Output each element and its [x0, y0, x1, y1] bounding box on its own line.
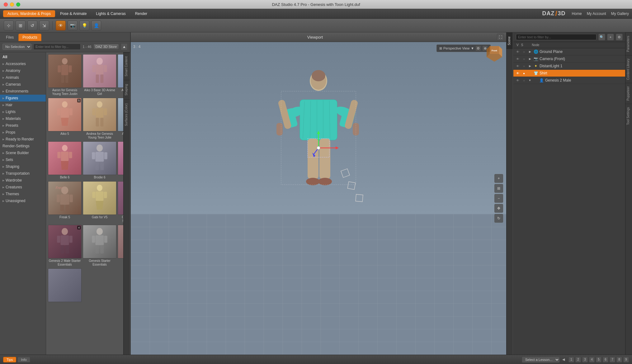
category-accessories[interactable]: ▶ Accessories [0, 60, 46, 67]
minimize-button[interactable] [10, 2, 14, 7]
category-lights[interactable]: ▶ Lights [0, 108, 46, 115]
scene-add-btn[interactable]: + [607, 34, 614, 40]
lvtab-surfaces[interactable]: Surfaces (Color) [124, 99, 130, 130]
rvtab-content-library[interactable]: Content Library [625, 55, 632, 83]
perspective-settings-btn[interactable]: ⚙ [475, 45, 481, 51]
category-themes[interactable]: ▶ Themes [0, 191, 46, 197]
category-figures[interactable]: ▶ Figures [0, 95, 46, 102]
category-props[interactable]: ▶ Props [0, 129, 46, 136]
product-andrea[interactable]: Andrea for Genesis Young Teen Julie [83, 98, 116, 140]
mid-vtab-scene[interactable]: Scene [507, 32, 513, 49]
tree-row-camera[interactable]: 👁 ○ ▶ 📷 Camera (Front) [513, 55, 625, 63]
tree-sel-ground[interactable]: ○ [521, 49, 526, 54]
pan-btn[interactable]: ✥ [494, 204, 503, 213]
tree-vis-light[interactable]: 👁 [515, 64, 520, 69]
light-btn[interactable]: 💡 [79, 21, 89, 31]
tree-vis-camera[interactable]: 👁 [515, 56, 520, 61]
menu-pose[interactable]: Pose & Animate [56, 10, 91, 17]
transform-btn[interactable]: ⊞ [16, 21, 26, 31]
lesson-num-5[interactable]: 5 [596, 357, 601, 362]
perspective-control[interactable]: ⊞ Perspective View ▼ ⚙ ⊕ [436, 45, 491, 52]
category-environments[interactable]: ▶ Environments [0, 88, 46, 95]
tree-toggle-camera[interactable]: ▶ [528, 57, 532, 61]
product-gen2f[interactable]: Genesis 2 Female Starter Essentials [118, 181, 123, 224]
product-freak5[interactable]: Freak Freak 5 [48, 181, 82, 224]
tree-sel-shirt[interactable]: ● [521, 71, 526, 76]
zoom-in-btn[interactable]: + [494, 174, 503, 183]
rvtab-puppeteer[interactable]: Puppeteer [625, 83, 632, 104]
category-hair[interactable]: ▶ Hair [0, 102, 46, 108]
lesson-num-6[interactable]: 6 [603, 357, 608, 362]
window-controls[interactable] [4, 2, 20, 7]
product-gabi[interactable]: Gabi for V5 [83, 181, 116, 224]
render-preview-btn[interactable]: 👁 [56, 21, 66, 31]
tree-toggle-genesis2m[interactable]: ▼ [528, 78, 532, 83]
category-presets[interactable]: ▶ Presets [0, 122, 46, 129]
rvtab-parameters[interactable]: Parameters [625, 32, 632, 55]
category-wardrobe[interactable]: ▶ Wardrobe [0, 177, 46, 184]
tree-row-light[interactable]: 👁 ○ ▶ ✦ DistantLight 1 [513, 63, 625, 70]
tab-products[interactable]: Products [18, 34, 41, 41]
lesson-num-7[interactable]: 7 [610, 357, 615, 362]
daz-store-button[interactable]: DAZ 3D Store [93, 44, 119, 50]
product-gen2m[interactable]: 4 Genesis 2 Male Starter Essentials [48, 225, 82, 267]
nav-account[interactable]: My Account [587, 12, 606, 16]
product-brodie[interactable]: Brodie 6 [83, 141, 116, 180]
tree-toggle-shirt[interactable] [528, 71, 532, 75]
category-materials[interactable]: ▶ Materials [0, 115, 46, 122]
lesson-num-4[interactable]: 4 [589, 357, 595, 362]
scroll-arrow-up[interactable]: ▲ [121, 43, 128, 50]
lesson-num-2[interactable]: 2 [575, 357, 581, 362]
figure-btn[interactable]: 👤 [91, 21, 101, 31]
lesson-num-3[interactable]: 3 [582, 357, 588, 362]
search-input[interactable] [33, 44, 81, 50]
tree-vis-genesis2m[interactable]: 👁 [515, 78, 520, 83]
category-all[interactable]: All [0, 54, 46, 60]
product-aaron[interactable]: Aaron for Genesis Young Teen Justin [48, 54, 82, 97]
category-sets[interactable]: ▶ Sets [0, 156, 46, 163]
product-genstarter[interactable]: Genesis Starter Essentials [83, 225, 116, 267]
maximize-button[interactable] [16, 2, 20, 7]
nav-gallery[interactable]: My Gallery [611, 12, 629, 16]
rotate-btn[interactable]: ↺ [27, 21, 37, 31]
product-extra1[interactable] [48, 268, 82, 303]
tree-row-ground[interactable]: 👁 ○ ▶ 🌐 Ground Plane [513, 48, 625, 55]
zoom-fit-btn[interactable]: ⊞ [494, 184, 503, 193]
category-cameras[interactable]: ▶ Cameras [0, 81, 46, 88]
lesson-num-1[interactable]: 1 [568, 357, 574, 362]
category-animals[interactable]: ▶ Animals [0, 74, 46, 81]
select-tool-btn[interactable]: ⊹ [4, 21, 14, 31]
selection-dropdown[interactable]: No Selection [2, 44, 31, 50]
lesson-num-8[interactable]: 8 [616, 357, 622, 362]
menu-lights[interactable]: Lights & Cameras [92, 10, 130, 17]
menu-actors[interactable]: Actors, Wardrobe & Props [3, 10, 55, 17]
nav-home[interactable]: Home [572, 12, 582, 16]
zoom-out-btn[interactable]: − [494, 194, 503, 203]
rvtab-tool-settings[interactable]: Tool Settings [625, 104, 632, 128]
product-aiko3morphs[interactable]: Aiko 3 Morphs and Maps [118, 54, 123, 97]
category-creatures[interactable]: ▶ Creatures [0, 184, 46, 191]
category-ready-to-render[interactable]: ▶ Ready to Render [0, 136, 46, 143]
category-render-settings[interactable]: Render-Settings [0, 143, 46, 149]
scene-search-btn[interactable]: 🔍 [598, 34, 605, 40]
close-button[interactable] [4, 2, 8, 7]
tree-vis-shirt[interactable]: 👁 [515, 71, 520, 76]
bottom-tab-tips[interactable]: Tips [3, 357, 16, 362]
category-scene-builder[interactable]: ▶ Scene Builder [0, 149, 46, 156]
tree-vis-ground[interactable]: 👁 [515, 49, 520, 54]
bottom-tab-info[interactable]: Info [17, 357, 30, 362]
scene-settings-btn[interactable]: ⚙ [616, 34, 623, 40]
tree-sel-camera[interactable]: ○ [521, 56, 526, 61]
menu-render[interactable]: Render [131, 10, 152, 17]
product-clair[interactable]: Clair for Belle 6 [118, 141, 123, 180]
category-anatomy[interactable]: ▶ Anatomy [0, 67, 46, 74]
category-unassigned[interactable]: ▶ Unassigned [0, 197, 46, 204]
scale-btn[interactable]: ⇲ [39, 21, 49, 31]
tree-sel-light[interactable]: ○ [521, 64, 526, 69]
tab-files[interactable]: Files [2, 34, 18, 41]
product-aiko3[interactable]: Aiko 3 Base 3D Anime Girl [83, 54, 116, 97]
lesson-select[interactable]: Select a Lesson... [522, 357, 560, 363]
product-belle6[interactable]: Belle 6 [48, 141, 82, 180]
lvtab-shaping[interactable]: Shaping [124, 80, 130, 99]
tree-toggle-ground[interactable]: ▶ [528, 50, 532, 54]
